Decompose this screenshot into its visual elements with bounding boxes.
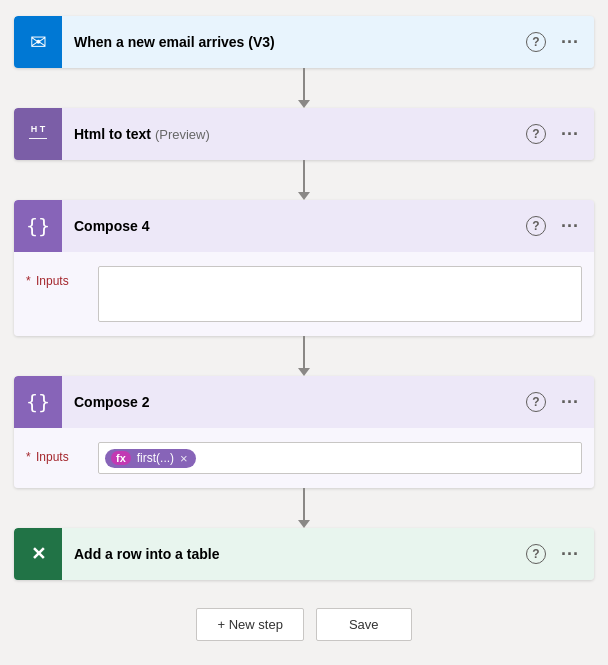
- connector-line-4: [303, 488, 305, 520]
- compose4-inputs-label: * Inputs: [26, 266, 86, 288]
- connector-line-1: [303, 68, 305, 100]
- new-step-button[interactable]: + New step: [196, 608, 303, 641]
- more-dots-icon-3: ···: [561, 217, 579, 235]
- step-compose2-help-button[interactable]: ?: [524, 390, 548, 414]
- connector-4: [298, 488, 310, 528]
- step-compose2-icon-bg: {}: [14, 376, 62, 428]
- step-email: ✉ When a new email arrives (V3) ? ···: [14, 16, 594, 68]
- step-excel-more-button[interactable]: ···: [558, 542, 582, 566]
- compose2-inputs-row: * Inputs fx first(...) ×: [26, 442, 582, 474]
- connector-1: [298, 68, 310, 108]
- html-icon: H T ——: [29, 125, 47, 143]
- flow-container: ✉ When a new email arrives (V3) ? ··· H …: [14, 16, 594, 641]
- more-dots-icon-5: ···: [561, 545, 579, 563]
- compose4-inputs-row: * Inputs: [26, 266, 582, 322]
- step-html-icon-bg: H T ——: [14, 108, 62, 160]
- connector-arrow-4: [298, 520, 310, 528]
- step-html-actions: ? ···: [524, 122, 582, 146]
- step-compose4-icon-bg: {}: [14, 200, 62, 252]
- compose4-inputs-field[interactable]: [98, 266, 582, 322]
- step-compose4-title: Compose 4: [62, 218, 524, 234]
- more-dots-icon: ···: [561, 33, 579, 51]
- step-email-icon-bg: ✉: [14, 16, 62, 68]
- step-compose4-header: {} Compose 4 ? ···: [14, 200, 594, 252]
- connector-3: [298, 336, 310, 376]
- connector-arrow-2: [298, 192, 310, 200]
- save-button[interactable]: Save: [316, 608, 412, 641]
- compose2-icon: {}: [26, 390, 50, 414]
- step-email-header: ✉ When a new email arrives (V3) ? ···: [14, 16, 594, 68]
- token-close-button[interactable]: ×: [180, 451, 188, 466]
- step-compose2-title: Compose 2: [62, 394, 524, 410]
- help-circle-icon: ?: [526, 32, 546, 52]
- help-circle-icon-4: ?: [526, 392, 546, 412]
- connector-2: [298, 160, 310, 200]
- step-email-help-button[interactable]: ?: [524, 30, 548, 54]
- step-compose4-actions: ? ···: [524, 214, 582, 238]
- step-compose4-help-button[interactable]: ?: [524, 214, 548, 238]
- step-compose2-header: {} Compose 2 ? ···: [14, 376, 594, 428]
- compose2-inputs-field[interactable]: fx first(...) ×: [98, 442, 582, 474]
- step-html-header: H T —— Html to text (Preview) ? ···: [14, 108, 594, 160]
- help-circle-icon-2: ?: [526, 124, 546, 144]
- step-html-title: Html to text (Preview): [62, 126, 524, 142]
- step-compose2: {} Compose 2 ? ··· * Inputs fx: [14, 376, 594, 488]
- step-compose2-body: * Inputs fx first(...) ×: [14, 428, 594, 488]
- step-excel-header: ✕ Add a row into a table ? ···: [14, 528, 594, 580]
- connector-arrow-3: [298, 368, 310, 376]
- step-compose2-actions: ? ···: [524, 390, 582, 414]
- compose2-inputs-label: * Inputs: [26, 442, 86, 464]
- step-excel-icon-bg: ✕: [14, 528, 62, 580]
- excel-icon: ✕: [31, 543, 46, 565]
- step-html-help-button[interactable]: ?: [524, 122, 548, 146]
- help-circle-icon-5: ?: [526, 544, 546, 564]
- step-compose2-more-button[interactable]: ···: [558, 390, 582, 414]
- step-email-actions: ? ···: [524, 30, 582, 54]
- step-compose4-body: * Inputs: [14, 252, 594, 336]
- compose4-icon: {}: [26, 214, 50, 238]
- step-compose4-more-button[interactable]: ···: [558, 214, 582, 238]
- more-dots-icon-4: ···: [561, 393, 579, 411]
- step-email-title: When a new email arrives (V3): [62, 34, 524, 50]
- step-email-more-button[interactable]: ···: [558, 30, 582, 54]
- step-html-more-button[interactable]: ···: [558, 122, 582, 146]
- bottom-actions: + New step Save: [196, 608, 411, 641]
- fx-icon: fx: [111, 451, 131, 465]
- token-text: first(...): [137, 451, 174, 465]
- step-excel: ✕ Add a row into a table ? ···: [14, 528, 594, 580]
- connector-arrow-1: [298, 100, 310, 108]
- connector-line-3: [303, 336, 305, 368]
- step-compose4: {} Compose 4 ? ··· * Inputs: [14, 200, 594, 336]
- step-excel-help-button[interactable]: ?: [524, 542, 548, 566]
- more-dots-icon-2: ···: [561, 125, 579, 143]
- help-circle-icon-3: ?: [526, 216, 546, 236]
- connector-line-2: [303, 160, 305, 192]
- step-html-badge: (Preview): [155, 127, 210, 142]
- step-excel-actions: ? ···: [524, 542, 582, 566]
- first-token: fx first(...) ×: [105, 449, 196, 468]
- step-excel-title: Add a row into a table: [62, 546, 524, 562]
- email-icon: ✉: [30, 30, 47, 54]
- step-html: H T —— Html to text (Preview) ? ···: [14, 108, 594, 160]
